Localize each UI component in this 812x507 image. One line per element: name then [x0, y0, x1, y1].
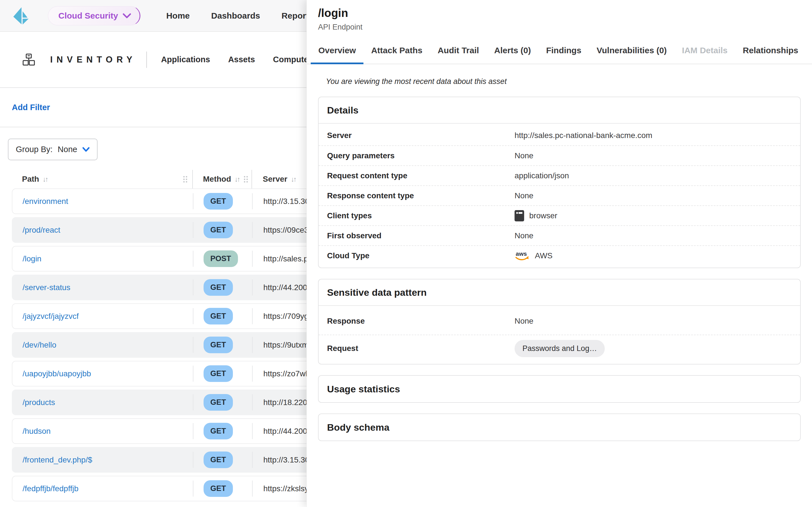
sort-icon[interactable]: ↓↑	[43, 175, 47, 183]
path-link[interactable]: /frontend_dev.php/$	[22, 455, 92, 464]
browser-icon	[515, 210, 524, 221]
method-badge: GET	[204, 452, 233, 468]
group-by-dropdown[interactable]: Group By: None	[8, 138, 98, 160]
detail-row-server: Server http://sales.pc-national-bank-acm…	[319, 125, 800, 145]
recent-data-notice: You are viewing the most recent data abo…	[326, 77, 801, 86]
method-badge: GET	[204, 337, 233, 353]
add-filter-button[interactable]: Add Filter	[12, 103, 50, 112]
asset-type: API Endpoint	[318, 23, 801, 32]
brand-logo	[12, 5, 31, 26]
inventory-boxes-icon	[22, 53, 36, 66]
detail-row-request-content-type: Request content type application/json	[319, 165, 800, 185]
body-schema-card: Body schema	[318, 413, 801, 441]
method-badge: POST	[204, 250, 238, 267]
tab-overview[interactable]: Overview	[311, 38, 363, 64]
detail-row-client-types: Client types browser	[319, 205, 800, 225]
tab-iam-details: IAM Details	[674, 38, 735, 64]
method-badge: GET	[204, 308, 233, 325]
sensitive-data-rows: Response None Request Passwords and Log…	[319, 306, 800, 364]
app-root: Cloud Security Home Dashboards Reports I…	[0, 0, 812, 507]
method-badge: GET	[204, 394, 233, 411]
product-switcher-label: Cloud Security	[58, 11, 118, 20]
tab-assets[interactable]: Assets	[228, 55, 255, 64]
path-link[interactable]: /jajyzvcf/jajyzvcf	[22, 312, 79, 321]
method-badge: GET	[204, 222, 233, 238]
detail-row-first-observed: First observed None	[319, 225, 800, 245]
sensitive-data-heading: Sensitive data pattern	[319, 279, 800, 306]
product-switcher-button[interactable]: Cloud Security	[48, 6, 140, 25]
tab-alerts[interactable]: Alerts (0)	[487, 38, 539, 64]
server-value: http://44.200.	[253, 419, 309, 443]
method-badge: GET	[204, 480, 233, 497]
path-link[interactable]: /products	[22, 398, 55, 407]
details-heading: Details	[319, 97, 800, 124]
server-value: https://09ce3	[253, 218, 308, 242]
method-badge: GET	[204, 365, 233, 382]
sensitive-data-card: Sensitive data pattern Response None Req…	[318, 279, 801, 364]
server-value: https://zkslsyj	[253, 476, 310, 501]
details-rows: Server http://sales.pc-national-bank-acm…	[319, 124, 800, 268]
panel-tabs: Overview Attack Paths Audit Trail Alerts…	[307, 38, 812, 64]
path-link[interactable]: /server-status	[22, 283, 70, 292]
tab-findings[interactable]: Findings	[539, 38, 589, 64]
panel-body: You are viewing the most recent data abo…	[307, 77, 812, 441]
details-card: Details Server http://sales.pc-national-…	[318, 97, 801, 268]
server-value: https://9utxm	[253, 333, 308, 357]
nav-item-home[interactable]: Home	[166, 11, 190, 20]
detail-row-query-parameters: Query parameters None	[319, 145, 800, 165]
sort-icon[interactable]: ↓↑	[235, 175, 239, 183]
path-link[interactable]: /hudson	[22, 427, 51, 436]
chevron-down-icon	[82, 147, 90, 152]
sort-icon[interactable]: ↓↑	[291, 175, 296, 183]
drag-handle-icon[interactable]	[183, 176, 187, 182]
column-header-path[interactable]: Path ↓↑	[12, 170, 193, 188]
server-value: https://zo7wlx	[253, 361, 311, 386]
server-value: http://3.15.30	[253, 189, 309, 214]
path-link[interactable]: /login	[22, 255, 42, 263]
detail-row-response-content-type: Response content type None	[319, 185, 800, 205]
drag-handle-icon[interactable]	[244, 176, 248, 182]
server-value: http://44.200.	[253, 275, 309, 300]
tab-vulnerabilities[interactable]: Vulnerabilities (0)	[589, 38, 674, 64]
usage-statistics-card: Usage statistics	[318, 375, 801, 403]
page-title: INVENTORY	[50, 55, 136, 65]
server-value: http://18.220.	[253, 390, 309, 414]
column-header-method[interactable]: Method ↓↑	[193, 170, 252, 188]
sensitive-row-response: Response None	[319, 307, 800, 335]
svg-text:aws: aws	[516, 250, 527, 257]
tab-attack-paths[interactable]: Attack Paths	[363, 38, 430, 64]
path-link[interactable]: /environment	[22, 197, 68, 206]
tab-relationships[interactable]: Relationships	[735, 38, 806, 64]
group-by-label: Group By:	[16, 145, 53, 154]
path-link[interactable]: /prod/react	[22, 226, 60, 235]
path-link[interactable]: /dev/hello	[22, 341, 56, 349]
column-header-server[interactable]: Server ↓↑	[252, 170, 296, 188]
nav-item-dashboards[interactable]: Dashboards	[211, 11, 260, 20]
detail-row-cloud-type: Cloud Type aws AWS	[319, 245, 800, 265]
chevron-down-icon	[123, 13, 131, 18]
method-badge: GET	[204, 423, 233, 439]
path-link[interactable]: /uapoyjbb/uapoyjbb	[22, 369, 91, 378]
sensitive-pattern-chip[interactable]: Passwords and Log…	[515, 340, 605, 357]
path-link[interactable]: /fedpffjb/fedpffjb	[22, 484, 79, 493]
sensitive-row-request: Request Passwords and Log…	[319, 335, 800, 362]
method-badge: GET	[204, 193, 233, 210]
server-value: http://sales.pc	[253, 246, 312, 271]
usage-statistics-heading: Usage statistics	[319, 376, 800, 402]
tab-audit-trail[interactable]: Audit Trail	[430, 38, 487, 64]
server-value: http://3.15.30	[253, 448, 309, 472]
aws-icon: aws	[515, 250, 530, 262]
body-schema-heading: Body schema	[319, 414, 800, 441]
divider	[146, 52, 147, 68]
tab-applications[interactable]: Applications	[161, 55, 210, 64]
asset-detail-panel: /login API Endpoint Overview Attack Path…	[306, 0, 812, 507]
server-value: https://709yg	[253, 304, 308, 328]
group-by-value: None	[58, 145, 77, 154]
panel-header: /login API Endpoint	[307, 0, 812, 32]
method-badge: GET	[204, 279, 233, 296]
asset-title: /login	[318, 7, 801, 19]
